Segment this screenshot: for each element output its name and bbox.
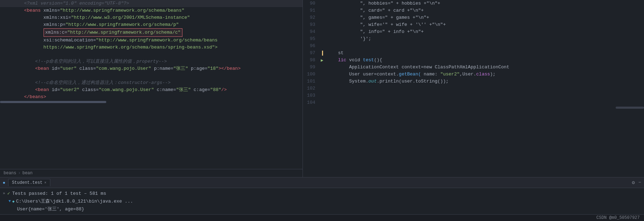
gear-icon[interactable]: ⚙ [632, 180, 635, 186]
java-content-94: ", info=" + info +"\n"+ [325, 28, 644, 35]
java-line-91: 91 ", card=" + card +"\n"+ [303, 7, 644, 14]
xml-line-bean-user2: <bean id="user2" class="com.wang.pojo.Us… [0, 86, 303, 94]
java-line-96: 96 [303, 42, 644, 50]
expand-arrow[interactable]: » [3, 191, 5, 196]
java-content-97: st [325, 50, 644, 57]
java-code-lines: 90 ", hobbies=" + hobbies +"\n"+ 91 ", c… [303, 0, 644, 106]
run-arrow-icon[interactable]: ▶ [321, 58, 323, 63]
test-result-text: Tests passed: 1 of 1 test – 581 ms [12, 191, 106, 196]
java-content-95: '}'; [325, 35, 644, 42]
bottom-panel: ◆ Student.test × ⚙ − » ✓ Tests passed: 1… [0, 177, 644, 221]
left-scrollbar-thumb[interactable] [0, 101, 106, 103]
output-line-command: ▼ ◆ C:\Users\王森\jdk1.8.0_121\bin\java.ex… [0, 197, 644, 205]
xml-beans-tag: <beans xmlns="http://www.springframework… [22, 7, 303, 14]
breadcrumb-item-bean: bean [22, 171, 33, 176]
ln-93: 93 [303, 21, 319, 28]
java-line-100: 100 User user=context.getBean( name: "us… [303, 71, 644, 78]
java-content-96 [325, 42, 644, 50]
check-icon: ✓ [7, 191, 10, 196]
java-content-104 [325, 99, 644, 106]
xml-line-c: xmlns:c="http://www.springframework.org/… [0, 28, 303, 37]
ln-99: 99 [303, 64, 319, 71]
ln-98: 98 [303, 57, 319, 64]
breadcrumb: beans › bean [0, 169, 303, 177]
xml-xsi-line: xmlns:xsi="http://www.w3.org/2001/XMLSch… [22, 14, 303, 21]
collapse-icon[interactable]: ▼ [9, 199, 11, 203]
xml-line-p: xmlns:p="http://www.springframework.org/… [0, 21, 303, 28]
left-scrollbar[interactable] [0, 101, 303, 103]
java-content-93: ", wife='" + wife + '\'' +"\n"+ [325, 21, 644, 28]
xml-p-line: xmlns:p="http://www.springframework.org/… [22, 21, 303, 28]
xml-schema-loc-line: xsi:schemaLocation="http://www.springfra… [22, 37, 303, 44]
run-tab-icon: ◆ [3, 180, 5, 185]
bottom-tab-bar: ◆ Student.test × ⚙ − [0, 177, 644, 188]
tab-label: Student.test [12, 180, 43, 185]
right-scrollbar[interactable] [303, 106, 644, 109]
minimize-icon[interactable]: − [638, 180, 641, 185]
left-code[interactable]: <?xml version="1.0" encoding="UTF-8"?> <… [0, 0, 303, 169]
xml-line-bean-user: <bean id="user" class="com.wang.pojo.Use… [0, 65, 303, 72]
java-content-101: System.out.println(user.toString()); [325, 78, 644, 85]
output-line-result: User{name='张三', age=88} [0, 205, 644, 213]
ln-102: 102 [303, 85, 319, 92]
java-line-94: 94 ", info=" + info +"\n"+ [303, 28, 644, 35]
xml-line-comment-p: <!--p命名空间的注入，可以直接注入属性的值，property--> [0, 58, 303, 65]
student-test-tab[interactable]: Student.test × [8, 179, 50, 186]
xml-line-comment-c: <!--c命名空间注入，通过构造器注入：constructor-args--> [0, 79, 303, 86]
xml-comment-c: <!--c命名空间注入，通过构造器注入：constructor-args--> [22, 79, 303, 86]
gutter-r-98[interactable]: ▶ [319, 58, 325, 63]
xml-c-line: xmlns:c="http://www.springframework.org/… [22, 28, 303, 37]
tab-close-button[interactable]: × [44, 181, 46, 185]
java-line-103: 103 [303, 92, 644, 99]
java-line-92: 92 ", games=" + games +"\n"+ [303, 14, 644, 21]
java-content-92: ", games=" + games +"\n"+ [325, 14, 644, 21]
java-line-95: 95 '}'; [303, 35, 644, 42]
xml-line-beans-close: </beans> [0, 94, 303, 101]
ln-104: 104 [303, 99, 319, 106]
java-line-97: 97 st [303, 50, 644, 57]
java-line-102: 102 [303, 85, 644, 92]
ln-96: 96 [303, 42, 319, 50]
left-panel: <?xml version="1.0" encoding="UTF-8"?> <… [0, 0, 303, 177]
ln-90: 90 [303, 0, 319, 7]
java-content-103 [325, 92, 644, 99]
xml-beans-close: </beans> [22, 94, 303, 101]
gutter-r-97 [319, 51, 325, 56]
status-text: CSDN @m0_50507927 [597, 215, 640, 220]
highlighted-xmlns-c: xmlns:c="http://www.springframework.org/… [44, 28, 182, 37]
xml-line-xsd: https://www.springframework.org/schema/b… [0, 44, 303, 51]
xml-xsd-line: https://www.springframework.org/schema/b… [22, 44, 303, 51]
java-content-102 [325, 85, 644, 92]
xml-comment-p: <!--p命名空间的注入，可以直接注入属性的值，property--> [22, 58, 303, 65]
java-line-99: 99 ApplicationContext context=new ClassP… [303, 64, 644, 71]
xml-empty-1 [22, 51, 303, 58]
ln-94: 94 [303, 28, 319, 35]
java-line-104: 104 [303, 99, 644, 106]
xml-bean-user2: <bean id="user2" class="com.wang.pojo.Us… [22, 86, 303, 94]
editor-container: <?xml version="1.0" encoding="UTF-8"?> <… [0, 0, 644, 221]
java-line-90: 90 ", hobbies=" + hobbies +"\n"+ [303, 0, 644, 7]
xml-line-xsi: xmlns:xsi="http://www.w3.org/2001/XMLSch… [0, 14, 303, 21]
java-content-100: User user=context.getBean( name: "user2"… [325, 71, 644, 78]
ln-97: 97 [303, 50, 319, 57]
xml-line-empty-1 [0, 51, 303, 58]
right-code[interactable]: 90 ", hobbies=" + hobbies +"\n"+ 91 ", c… [303, 0, 644, 177]
right-scrollbar-thumb[interactable] [616, 107, 644, 109]
xml-bean-user: <bean id="user" class="com.wang.pojo.Use… [22, 65, 303, 72]
ln-101: 101 [303, 78, 319, 85]
java-content-90: ", hobbies=" + hobbies +"\n"+ [325, 0, 644, 7]
ln-91: 91 [303, 7, 319, 14]
java-content-91: ", card=" + card +"\n"+ [325, 7, 644, 14]
java-line-101: 101 System.out.println(user.toString()); [303, 78, 644, 85]
xml-header-line: <?xml version="1.0" encoding="UTF-8"?> [22, 0, 303, 7]
status-bar: CSDN @m0_50507927 [0, 214, 644, 221]
xml-code-lines: <?xml version="1.0" encoding="UTF-8"?> <… [0, 0, 303, 101]
xml-line-schema-loc: xsi:schemaLocation="http://www.springfra… [0, 37, 303, 44]
ln-95: 95 [303, 35, 319, 42]
breadcrumb-sep: › [18, 171, 21, 176]
ln-100: 100 [303, 71, 319, 78]
yellow-marker-97 [322, 51, 323, 56]
xml-empty-2 [22, 72, 303, 79]
output-line-tests: » ✓ Tests passed: 1 of 1 test – 581 ms [0, 189, 644, 197]
output-text: User{name='张三', age=88} [17, 206, 84, 212]
